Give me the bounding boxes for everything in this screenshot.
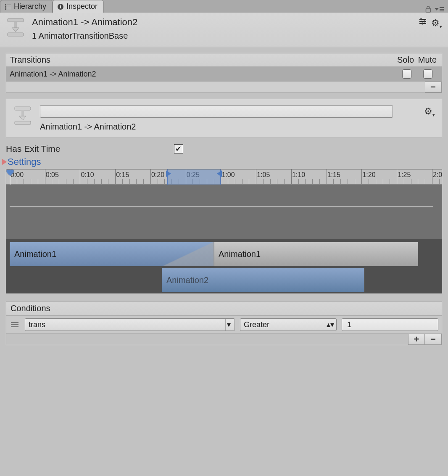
condition-operator-dropdown[interactable]: Greater ▴▾ — [240, 318, 337, 331]
ruler-tick-label: 2:00 — [433, 171, 442, 179]
drag-handle-icon[interactable] — [10, 322, 20, 327]
tab-hierarchy[interactable]: Hierarchy — [0, 0, 53, 13]
transitions-heading: Transitions — [10, 55, 50, 65]
ruler-tick-label: 1:20 — [362, 171, 375, 179]
panel-menu-icon[interactable] — [435, 7, 444, 11]
preset-icon[interactable] — [419, 18, 427, 25]
transitions-section: Transitions Solo Mute Animation1 -> Anim… — [6, 53, 442, 93]
tab-label: Hierarchy — [14, 2, 46, 11]
source-clip[interactable]: Animation1 — [10, 242, 214, 266]
inspector-header: Animation1 -> Animation2 1 AnimatorTrans… — [0, 13, 448, 47]
add-condition-button[interactable]: + — [408, 334, 425, 345]
has-exit-time-checkbox[interactable]: ✔ — [174, 144, 183, 153]
curve-area — [6, 185, 442, 239]
condition-param-value: trans — [29, 320, 45, 329]
ruler-tick-label: 0:20 — [151, 171, 164, 179]
mute-col-header: Mute — [416, 55, 438, 65]
tab-inspector[interactable]: Inspector — [53, 0, 104, 13]
svg-rect-10 — [15, 121, 31, 124]
svg-point-7 — [424, 21, 426, 23]
mute-checkbox[interactable] — [423, 69, 432, 79]
chevron-down-icon: ▾ — [225, 319, 232, 331]
gear-icon[interactable]: ⚙▾ — [424, 106, 435, 118]
svg-rect-4 — [8, 19, 24, 22]
svg-rect-9 — [15, 107, 31, 110]
destination-clip[interactable]: Animation2 — [162, 268, 364, 292]
transition-timeline[interactable]: 0:000:050:100:150:200:251:001:051:101:15… — [6, 169, 442, 294]
playhead-handle-icon[interactable] — [6, 169, 14, 176]
gear-icon[interactable]: ⚙▾ — [431, 18, 442, 29]
lock-icon[interactable] — [425, 6, 431, 13]
settings-foldout[interactable]: Settings — [2, 156, 448, 167]
clip-label: Animation1 — [14, 249, 56, 259]
conditions-footer: + − — [6, 333, 442, 345]
condition-op-value: Greater — [244, 320, 269, 329]
blend-end-marker-icon[interactable] — [216, 170, 222, 177]
transition-icon — [13, 105, 32, 126]
blend-start-marker-icon[interactable] — [166, 170, 172, 177]
transition-detail: Animation1 -> Animation2 ⚙▾ — [6, 99, 442, 138]
foldout-triangle-icon — [2, 159, 7, 165]
condition-parameter-dropdown[interactable]: trans ▾ — [25, 318, 235, 331]
hierarchy-icon — [5, 3, 11, 10]
transition-name-input[interactable] — [40, 105, 393, 118]
updown-icon: ▴▾ — [327, 319, 334, 331]
header-subtitle: 1 AnimatorTransitionBase — [32, 31, 442, 41]
info-icon — [57, 3, 64, 10]
clips-area: Animation1 Animation1 Animation2 — [6, 239, 442, 293]
transition-row-label: Animation1 -> Animation2 — [10, 70, 96, 79]
source-clip-loop[interactable]: Animation1 — [214, 242, 418, 266]
transition-detail-label: Animation1 -> Animation2 — [40, 122, 435, 132]
transition-row[interactable]: Animation1 -> Animation2 — [6, 67, 442, 81]
transition-icon — [6, 17, 25, 38]
svg-rect-1 — [60, 6, 61, 8]
tab-bar: Hierarchy Inspector — [0, 0, 448, 13]
page-title: Animation1 -> Animation2 — [32, 17, 442, 28]
has-exit-time-row: Has Exit Time ✔ — [6, 144, 442, 154]
transitions-header: Transitions Solo Mute — [6, 53, 442, 67]
clip-label: Animation2 — [166, 275, 208, 285]
settings-label: Settings — [8, 156, 41, 167]
has-exit-time-label: Has Exit Time — [6, 144, 61, 154]
condition-value-input[interactable]: 1 — [342, 318, 438, 331]
ruler-tick-label: 1:00 — [221, 171, 235, 179]
condition-value: 1 — [345, 320, 435, 329]
remove-transition-button[interactable]: − — [425, 82, 442, 93]
svg-point-8 — [422, 23, 424, 25]
ruler-tick-label: 0:05 — [46, 171, 59, 179]
condition-row: trans ▾ Greater ▴▾ 1 — [6, 316, 442, 333]
svg-rect-5 — [8, 33, 24, 36]
timeline-ruler[interactable]: 0:000:050:100:150:200:251:001:051:101:15… — [6, 169, 442, 185]
ruler-tick-label: 1:10 — [292, 171, 305, 179]
svg-point-6 — [420, 19, 422, 21]
svg-rect-2 — [60, 5, 61, 5]
conditions-heading: Conditions — [6, 301, 442, 316]
ruler-tick-label: 1:25 — [398, 171, 411, 179]
remove-condition-button[interactable]: − — [425, 334, 442, 345]
svg-rect-3 — [426, 8, 431, 12]
ruler-tick-label: 1:15 — [327, 171, 340, 179]
conditions-section: Conditions trans ▾ Greater ▴▾ 1 + − — [6, 301, 442, 345]
clip-label: Animation1 — [219, 249, 261, 259]
ruler-tick-label: 0:10 — [81, 171, 94, 179]
transitions-footer: − — [6, 81, 442, 93]
ruler-tick-label: 1:05 — [257, 171, 270, 179]
solo-col-header: Solo — [395, 55, 416, 65]
ruler-tick-label: 0:15 — [116, 171, 129, 179]
solo-checkbox[interactable] — [402, 69, 411, 79]
tab-label: Inspector — [66, 2, 98, 11]
